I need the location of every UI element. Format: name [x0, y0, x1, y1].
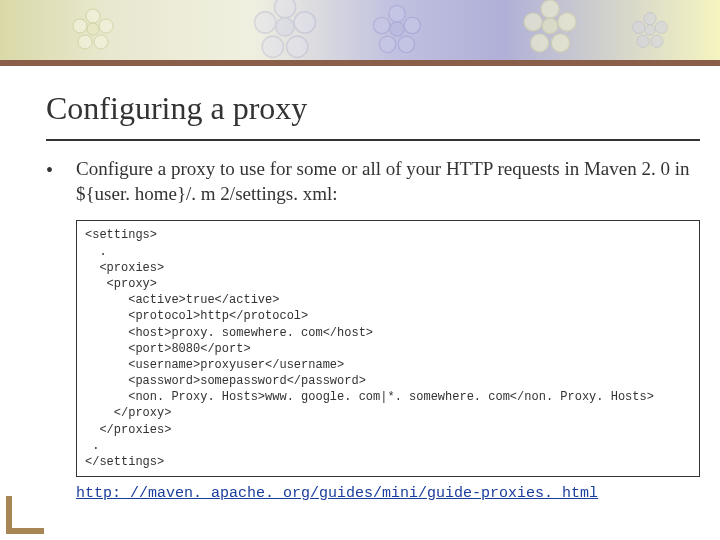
svg-point-23: [542, 18, 558, 34]
code-block: <settings> . <proxies> <proxy> <active>t…: [76, 220, 700, 477]
bullet-marker: •: [46, 157, 76, 183]
svg-point-8: [287, 36, 308, 57]
svg-point-1: [99, 19, 113, 33]
svg-point-3: [78, 35, 92, 49]
svg-point-19: [558, 13, 576, 31]
svg-point-21: [530, 34, 548, 52]
slide: Configuring a proxy • Configure a proxy …: [0, 0, 720, 540]
svg-point-7: [294, 12, 315, 33]
svg-point-14: [398, 36, 414, 52]
svg-point-6: [274, 0, 295, 18]
svg-point-22: [524, 13, 542, 31]
flower-icon: [630, 10, 670, 50]
svg-point-28: [633, 21, 645, 33]
flower-icon: [520, 0, 580, 56]
svg-point-12: [389, 6, 405, 22]
svg-point-5: [87, 23, 99, 35]
svg-point-25: [655, 21, 667, 33]
svg-point-15: [379, 36, 395, 52]
flower-icon: [70, 6, 116, 52]
svg-point-10: [255, 12, 276, 33]
svg-point-26: [651, 35, 663, 47]
svg-point-0: [86, 9, 100, 23]
svg-point-29: [645, 25, 655, 35]
title-rule: [46, 139, 700, 141]
svg-point-13: [404, 17, 420, 33]
svg-point-16: [374, 17, 390, 33]
decorative-banner: [0, 0, 720, 60]
flower-icon: [370, 2, 424, 56]
svg-point-4: [73, 19, 87, 33]
content-area: Configuring a proxy • Configure a proxy …: [46, 90, 700, 502]
slide-title: Configuring a proxy: [46, 90, 700, 127]
svg-point-18: [541, 0, 559, 18]
svg-point-2: [94, 35, 108, 49]
corner-decoration: [6, 496, 44, 534]
bullet-text: Configure a proxy to use for some or all…: [76, 157, 700, 206]
svg-point-27: [637, 35, 649, 47]
svg-point-17: [390, 22, 404, 36]
reference-link[interactable]: http: //maven. apache. org/guides/mini/g…: [76, 485, 700, 502]
bullet-item: • Configure a proxy to use for some or a…: [46, 157, 700, 206]
flower-icon: [250, 0, 320, 60]
svg-point-9: [262, 36, 283, 57]
svg-point-11: [276, 18, 294, 36]
svg-point-20: [551, 34, 569, 52]
svg-point-24: [644, 13, 656, 25]
banner-underline: [0, 60, 720, 66]
